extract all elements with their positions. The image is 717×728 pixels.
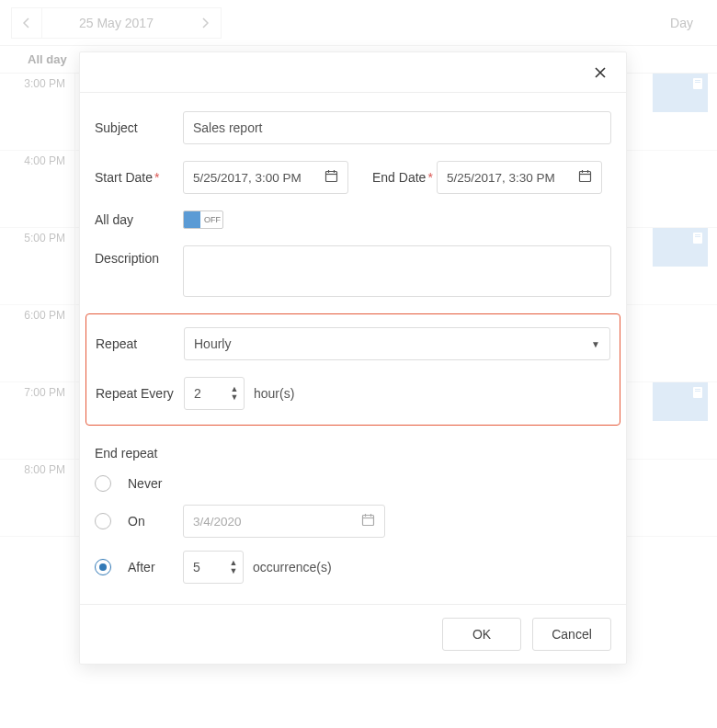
svg-rect-13 [580,172,591,182]
start-date-label: Start Date* [95,170,183,185]
svg-rect-2 [695,82,700,83]
toggle-off-text: OFF [204,215,221,224]
subject-label: Subject [95,120,183,135]
repeat-select[interactable]: Hourly ▼ [184,327,610,360]
svg-rect-5 [695,236,700,237]
svg-rect-6 [693,387,702,398]
svg-rect-7 [695,389,700,390]
end-repeat-after-unit: occurrence(s) [253,560,332,574]
stepper-down-icon[interactable]: ▼ [231,393,239,402]
current-date-display[interactable]: 25 May 2017 [42,7,190,39]
repeat-label: Repeat [96,336,184,351]
allday-toggle[interactable]: OFF [183,210,223,229]
subject-input[interactable] [183,111,611,144]
repeat-every-value: 2 [185,386,225,401]
start-date-input[interactable]: 5/25/2017, 3:00 PM [183,161,348,194]
view-switch-day[interactable]: Day [657,16,706,30]
slot-label: 8:00 PM [0,460,75,536]
event-block[interactable] [653,382,708,421]
repeat-every-label: Repeat Every [96,386,184,401]
end-repeat-on-label: On [128,514,183,529]
prev-day-button[interactable] [11,7,42,39]
end-repeat-after-radio[interactable] [95,559,111,575]
end-repeat-on-radio[interactable] [95,513,111,529]
svg-rect-0 [693,78,702,89]
repeat-value: Hourly [194,336,231,351]
end-repeat-never-radio[interactable] [95,475,111,492]
svg-rect-17 [363,516,374,526]
end-repeat-on-value: 3/4/2020 [193,515,242,529]
appointment-dialog: Subject Start Date* 5/25/2017, 3:00 PM E… [79,51,627,665]
start-date-value: 5/25/2017, 3:00 PM [193,171,302,185]
svg-rect-1 [695,80,700,81]
close-icon[interactable] [589,62,611,84]
svg-rect-8 [695,391,700,392]
calendar-icon [578,169,592,186]
event-block[interactable] [653,228,708,267]
end-repeat-label: End repeat [95,446,611,461]
calendar-icon [324,169,338,186]
slot-label: 3:00 PM [0,74,75,150]
slot-label: 5:00 PM [0,228,75,304]
end-repeat-section: End repeat Never On 3/4/2020 After [95,446,611,584]
stepper-down-icon[interactable]: ▼ [230,567,238,575]
cancel-button[interactable]: Cancel [532,618,611,651]
end-date-value: 5/25/2017, 3:30 PM [447,171,555,185]
end-repeat-after-label: After [128,560,183,574]
repeat-section-highlight: Repeat Hourly ▼ Repeat Every 2 ▲ ▼ hour(… [85,313,620,426]
slot-label: 4:00 PM [0,151,75,227]
slot-label: 6:00 PM [0,305,75,381]
allday-label: All day [95,212,183,227]
end-repeat-never-label: Never [128,476,183,491]
svg-rect-4 [695,234,700,235]
next-day-button[interactable] [190,7,222,39]
end-repeat-after-value: 5 [184,560,224,574]
ok-button[interactable]: OK [442,618,521,651]
event-block[interactable] [653,74,708,112]
calendar-icon [361,513,375,529]
svg-rect-9 [326,172,337,182]
end-repeat-after-stepper[interactable]: 5 ▲ ▼ [183,551,244,584]
repeat-every-stepper[interactable]: 2 ▲ ▼ [184,377,245,410]
end-date-input[interactable]: 5/25/2017, 3:30 PM [437,161,602,194]
description-label: Description [95,245,183,266]
slot-label: 7:00 PM [0,382,75,459]
repeat-every-unit: hour(s) [254,386,294,401]
end-repeat-on-date-input[interactable]: 3/4/2020 [183,505,385,538]
description-input[interactable] [183,245,611,297]
end-date-label: End Date* [372,170,437,185]
chevron-down-icon: ▼ [591,339,600,349]
svg-rect-3 [693,233,702,244]
